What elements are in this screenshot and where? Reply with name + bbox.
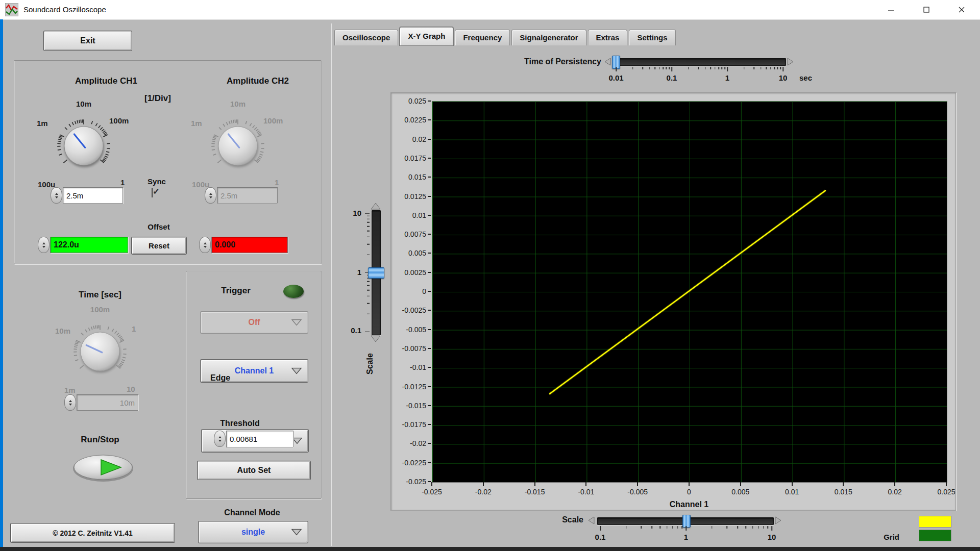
window-title: Soundcard Oszilloscope (23, 0, 106, 19)
amplitude-ch2-label: Amplitude CH2 (194, 76, 322, 86)
knob-tick-label: 10m (55, 327, 70, 335)
y-axis-labels: 0.0250.02250.020.01750.0150.01250.010.00… (391, 101, 431, 482)
knob-tick-label: 10m (223, 99, 253, 108)
maximize-button[interactable] (915, 0, 938, 19)
hscale-label: Scale (535, 515, 583, 524)
edge-label: Edge (210, 373, 251, 383)
auto-set-button[interactable]: Auto Set (198, 461, 310, 480)
hscale-right-arrow[interactable] (774, 516, 781, 524)
knob-tick-label: 10m (68, 99, 99, 108)
threshold-spinner[interactable] (214, 431, 226, 447)
knob-tick-label: 1 (132, 324, 136, 333)
xy-trace (432, 102, 947, 482)
knob-tick-label: 100u (192, 180, 209, 189)
threshold-field[interactable]: 0.00681 (226, 431, 293, 447)
copyright-button[interactable]: © 2012 C. Zeitnitz V1.41 (11, 523, 175, 542)
persistency-tick-label: 0.1 (656, 73, 687, 82)
trigger-mode-value: Off (248, 318, 260, 327)
trigger-led (283, 285, 304, 298)
amplitude-ch1-label: Amplitude CH1 (50, 76, 162, 86)
knob-tick-label: 100m (85, 305, 115, 314)
persistency-unit: sec (799, 73, 812, 82)
vscale-slider-handle[interactable] (368, 267, 384, 279)
channel-mode-dropdown[interactable]: single (199, 521, 308, 543)
sync-label: Sync (141, 177, 172, 186)
panel-divider (331, 23, 331, 546)
channel-mode-value: single (241, 528, 265, 537)
persistency-slider-handle[interactable] (612, 56, 620, 69)
persistency-label: Time of Persistency (499, 57, 601, 66)
grid-label: Grid (875, 533, 899, 541)
ch2-value-field[interactable]: 2.5m (217, 187, 278, 204)
tab-bar: Oscilloscope X-Y Graph Frequency Signalg… (334, 30, 676, 45)
ch2-offset-spinner[interactable] (199, 237, 211, 253)
ch1-value-spinner[interactable] (51, 187, 62, 204)
slider-left-arrow[interactable] (604, 58, 611, 66)
minimize-button[interactable] (879, 0, 903, 19)
time-value-spinner[interactable] (64, 394, 76, 411)
knob-tick-label: 10 (127, 385, 135, 393)
knob-tick-label: 1 (275, 178, 279, 187)
slider-right-arrow[interactable] (787, 58, 794, 66)
close-icon (959, 7, 965, 13)
tab-frequency[interactable]: Frequency (455, 30, 510, 45)
tab-extras[interactable]: Extras (588, 30, 628, 45)
time-value-field[interactable]: 10m (77, 394, 138, 411)
knob-tick-label: 1m (37, 119, 48, 128)
threshold-label: Threshold (207, 419, 273, 428)
amplitude-ch2-knob[interactable]: 10m 1m 100m 100u 1 (187, 97, 289, 197)
vscale-tick-label: 1 (341, 268, 361, 277)
x-axis-title: Channel 1 (612, 500, 766, 509)
vscale-down-arrow[interactable] (371, 335, 381, 342)
persistency-tick-label: 0.01 (601, 73, 631, 82)
title-bar: Soundcard Oszilloscope (0, 0, 980, 20)
close-button[interactable] (950, 0, 973, 19)
ch1-offset-field[interactable]: 122.0u (50, 237, 128, 253)
channel-mode-label: Channel Mode (206, 508, 298, 517)
chevron-down-icon (291, 368, 302, 374)
trigger-mode-dropdown[interactable]: Off (201, 312, 308, 333)
xy-plot-area (432, 101, 947, 483)
knob-tick-label: 100u (38, 180, 55, 189)
app-icon (5, 3, 18, 16)
trace-color-swatch (919, 516, 951, 528)
run-stop-switch[interactable] (72, 454, 134, 483)
sync-checkbox[interactable] (152, 188, 153, 197)
amplitude-panel: Amplitude CH1 [1/Div] Amplitude CH2 10m … (14, 60, 322, 264)
tab-signalgenerator[interactable]: Signalgenerator (511, 30, 586, 45)
run-stop-label: Run/Stop (54, 435, 146, 445)
trigger-title: Trigger (208, 286, 264, 296)
exit-button[interactable]: Exit (44, 31, 132, 51)
persistency-tick-label: 1 (712, 73, 743, 82)
vscale-label: Scale (365, 349, 375, 374)
tab-oscilloscope[interactable]: Oscilloscope (334, 30, 398, 45)
hscale-left-arrow[interactable] (588, 516, 595, 524)
offset-reset-button[interactable]: Reset (132, 237, 186, 254)
ch1-value-field[interactable]: 2.5m (63, 187, 123, 204)
persistency-slider-track[interactable] (614, 58, 786, 66)
knob-tick-label: 1 (120, 178, 125, 187)
knob-tick-label: 100m (109, 116, 129, 125)
hscale-slider-handle[interactable] (682, 515, 691, 528)
ch2-value-spinner[interactable] (205, 187, 216, 204)
tab-settings[interactable]: Settings (629, 30, 675, 45)
ch2-offset-field[interactable]: 0.000 (211, 237, 288, 253)
chevron-down-icon (291, 529, 302, 536)
hscale-tick-label: 1 (671, 533, 701, 541)
knob-tick-label: 1m (191, 119, 202, 128)
knob-tick-label: 100m (263, 116, 283, 125)
tab-xy-graph[interactable]: X-Y Graph (400, 27, 453, 45)
x-axis-labels: -0.025-0.02-0.015-0.01-0.00500.0050.010.… (432, 488, 946, 498)
ch1-offset-spinner[interactable] (38, 237, 50, 253)
chevron-down-icon (291, 319, 302, 326)
x-axis-ticks (432, 482, 946, 487)
window-bottom-border (0, 547, 980, 551)
maximize-icon (923, 7, 929, 13)
time-knob[interactable]: 100m 10m 1 1m 10 (49, 303, 151, 403)
persistency-tick-label: 10 (768, 73, 798, 82)
offset-label: Offset (138, 222, 179, 231)
vscale-up-arrow[interactable] (371, 203, 381, 210)
window-left-border (0, 19, 3, 551)
app-window: Soundcard Oszilloscope Exit Oscilloscope… (0, 0, 980, 551)
amplitude-ch1-knob[interactable]: 10m 1m 100m 100u 1 (33, 97, 135, 197)
